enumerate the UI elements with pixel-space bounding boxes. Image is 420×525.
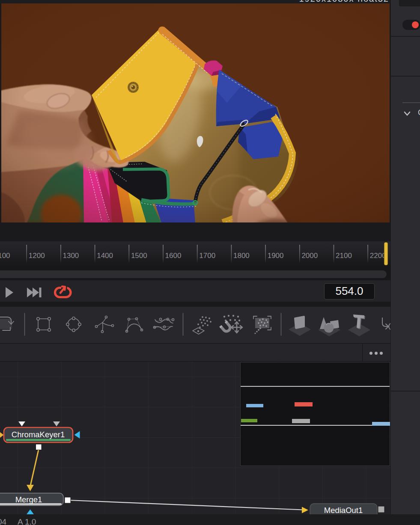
svg-text:2200: 2200 <box>370 252 386 260</box>
svg-text:1700: 1700 <box>199 252 215 260</box>
svg-text:1300: 1300 <box>63 252 79 260</box>
svg-text:1600: 1600 <box>165 252 182 260</box>
svg-text:1500: 1500 <box>131 252 147 260</box>
svg-text:1200: 1200 <box>29 252 45 260</box>
svg-text:MediaOut1: MediaOut1 <box>324 506 363 514</box>
svg-text:2000: 2000 <box>301 252 318 260</box>
svg-text:1100: 1100 <box>0 252 10 260</box>
svg-text:1400: 1400 <box>97 252 113 260</box>
svg-text:Merge1: Merge1 <box>15 495 42 504</box>
svg-text:ChromaKeyer1: ChromaKeyer1 <box>12 430 65 439</box>
svg-text:1800: 1800 <box>233 252 250 260</box>
svg-text:1900: 1900 <box>268 252 284 260</box>
svg-text:2100: 2100 <box>336 252 352 260</box>
